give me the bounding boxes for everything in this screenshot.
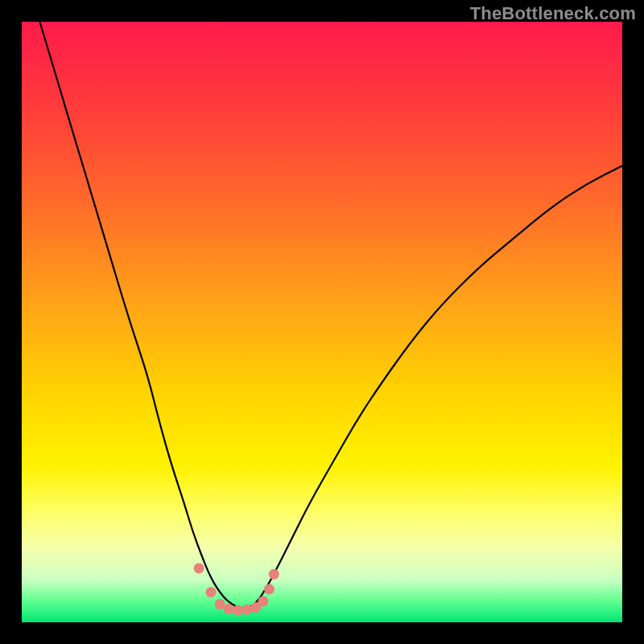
chart-frame: TheBottleneck.com (0, 0, 644, 644)
data-point (215, 599, 225, 609)
data-point (242, 605, 252, 615)
data-point (233, 605, 243, 616)
data-point (224, 604, 234, 614)
watermark-text: TheBottleneck.com (470, 3, 636, 24)
data-point (258, 596, 268, 606)
data-point (206, 587, 217, 597)
data-point (264, 584, 275, 595)
chart-svg (22, 22, 622, 622)
data-point (269, 569, 279, 580)
data-point (194, 563, 204, 573)
plot-area (22, 22, 622, 622)
gradient-background (22, 22, 622, 622)
